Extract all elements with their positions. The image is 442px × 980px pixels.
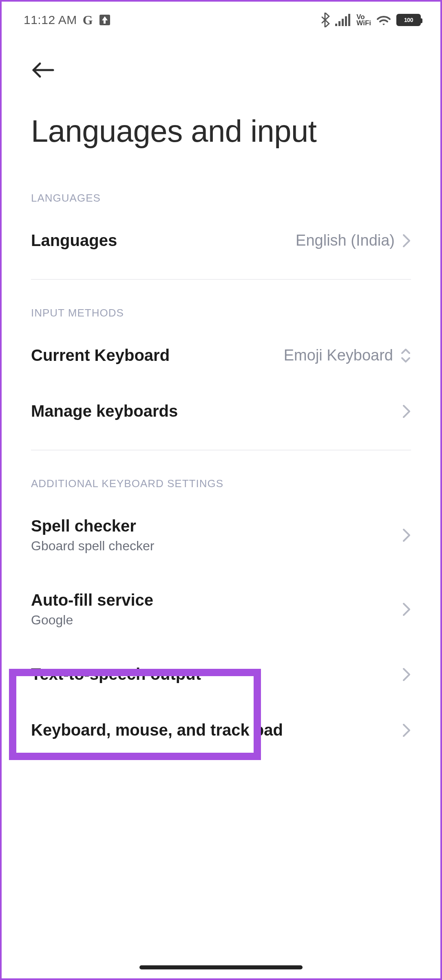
google-indicator-icon: G bbox=[83, 13, 93, 28]
section-header-additional: ADDITIONAL KEYBOARD SETTINGS bbox=[2, 450, 440, 498]
vowifi-bottom: WiFi bbox=[356, 20, 371, 26]
row-value: Emoji Keyboard bbox=[284, 347, 393, 364]
chevron-right-icon bbox=[402, 404, 411, 419]
row-subtitle: Gboard spell checker bbox=[31, 538, 402, 554]
battery-icon: 100 bbox=[396, 14, 421, 26]
updown-selector-icon bbox=[400, 347, 411, 364]
status-time: 11:12 AM bbox=[24, 13, 77, 27]
chevron-right-icon bbox=[402, 723, 411, 738]
row-autofill-service[interactable]: Auto-fill service Google bbox=[2, 572, 440, 646]
status-left: 11:12 AM G bbox=[24, 13, 110, 28]
svg-rect-2 bbox=[342, 19, 344, 26]
section-header-languages: LANGUAGES bbox=[2, 165, 440, 213]
row-title: Keyboard, mouse, and track pad bbox=[31, 721, 402, 739]
svg-rect-4 bbox=[348, 14, 350, 26]
row-title: Text-to-speech output bbox=[31, 665, 402, 683]
home-indicator[interactable] bbox=[139, 965, 303, 969]
row-title: Current Keyboard bbox=[31, 346, 284, 365]
row-title: Languages bbox=[31, 231, 296, 250]
row-subtitle: Google bbox=[31, 613, 402, 628]
cellular-signal-icon bbox=[335, 14, 351, 26]
row-keyboard-mouse-trackpad[interactable]: Keyboard, mouse, and track pad bbox=[2, 702, 440, 758]
row-title: Auto-fill service bbox=[31, 591, 402, 609]
status-right: Vo WiFi 100 bbox=[320, 13, 421, 27]
bluetooth-icon bbox=[320, 13, 330, 27]
row-value: English (India) bbox=[296, 232, 395, 249]
svg-rect-3 bbox=[345, 16, 347, 26]
wifi-icon bbox=[376, 14, 391, 26]
chevron-right-icon bbox=[402, 528, 411, 543]
row-text-to-speech[interactable]: Text-to-speech output bbox=[2, 646, 440, 702]
arrow-left-icon bbox=[32, 62, 55, 78]
row-manage-keyboards[interactable]: Manage keyboards bbox=[2, 383, 440, 439]
chevron-right-icon bbox=[402, 602, 411, 617]
nav-bar bbox=[2, 38, 440, 90]
chevron-right-icon bbox=[402, 667, 411, 682]
chevron-right-icon bbox=[402, 233, 411, 248]
row-title: Manage keyboards bbox=[31, 402, 402, 420]
row-languages[interactable]: Languages English (India) bbox=[2, 213, 440, 268]
vowifi-indicator-icon: Vo WiFi bbox=[356, 14, 371, 26]
status-bar: 11:12 AM G Vo WiFi bbox=[2, 2, 440, 38]
page-title: Languages and input bbox=[2, 90, 440, 165]
svg-rect-1 bbox=[338, 21, 340, 26]
row-title: Spell checker bbox=[31, 517, 402, 535]
row-current-keyboard[interactable]: Current Keyboard Emoji Keyboard bbox=[2, 327, 440, 383]
back-button[interactable] bbox=[31, 58, 55, 82]
section-header-input-methods: INPUT METHODS bbox=[2, 280, 440, 327]
battery-level: 100 bbox=[404, 17, 413, 23]
svg-rect-0 bbox=[335, 24, 337, 26]
row-spell-checker[interactable]: Spell checker Gboard spell checker bbox=[2, 498, 440, 572]
upload-indicator-icon bbox=[99, 15, 110, 25]
